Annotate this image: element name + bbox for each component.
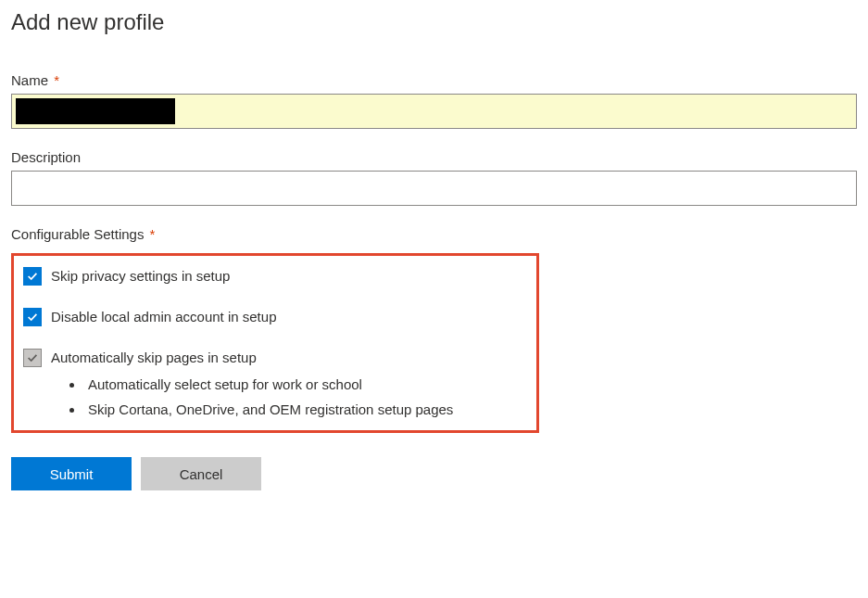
checkbox-auto-skip-pages [23,349,42,367]
redacted-name-value [16,98,175,124]
auto-skip-sublist: Automatically select setup for work or s… [84,376,527,417]
checkbox-label: Skip privacy settings in setup [51,268,230,284]
checkmark-icon [26,311,39,324]
checkbox-row-disable-local-admin: Disable local admin account in setup [23,308,527,326]
submit-button[interactable]: Submit [11,457,132,490]
checkbox-content: Disable local admin account in setup [51,308,527,326]
required-indicator: * [150,226,156,242]
checkmark-icon [26,351,39,364]
settings-label-text: Configurable Settings [11,226,144,242]
checkbox-label: Disable local admin account in setup [51,309,276,324]
checkmark-icon [26,270,39,283]
checkbox-row-auto-skip-pages: Automatically skip pages in setup Automa… [23,349,527,417]
required-indicator: * [54,72,59,88]
checkbox-content: Skip privacy settings in setup [51,267,527,286]
list-item: Skip Cortana, OneDrive, and OEM registra… [84,401,527,417]
settings-label: Configurable Settings * [11,226,857,242]
configurable-settings-section: Configurable Settings * Skip privacy set… [11,226,857,433]
checkbox-content: Automatically skip pages in setup Automa… [51,349,527,417]
description-field-group: Description [11,149,857,206]
page-title: Add new profile [11,9,857,35]
description-label: Description [11,149,857,165]
checkbox-label: Automatically skip pages in setup [51,350,257,365]
cancel-button[interactable]: Cancel [141,457,261,490]
settings-highlight-box: Skip privacy settings in setup Disable l… [11,253,539,433]
checkbox-row-skip-privacy: Skip privacy settings in setup [23,267,527,286]
button-row: Submit Cancel [11,457,857,490]
name-field-group: Name * [11,72,857,129]
list-item: Automatically select setup for work or s… [84,376,527,392]
name-label: Name * [11,72,857,88]
name-input-wrapper [11,94,857,129]
checkbox-skip-privacy[interactable] [23,267,42,286]
description-input[interactable] [11,171,857,206]
name-label-text: Name [11,72,48,88]
checkbox-disable-local-admin[interactable] [23,308,42,326]
